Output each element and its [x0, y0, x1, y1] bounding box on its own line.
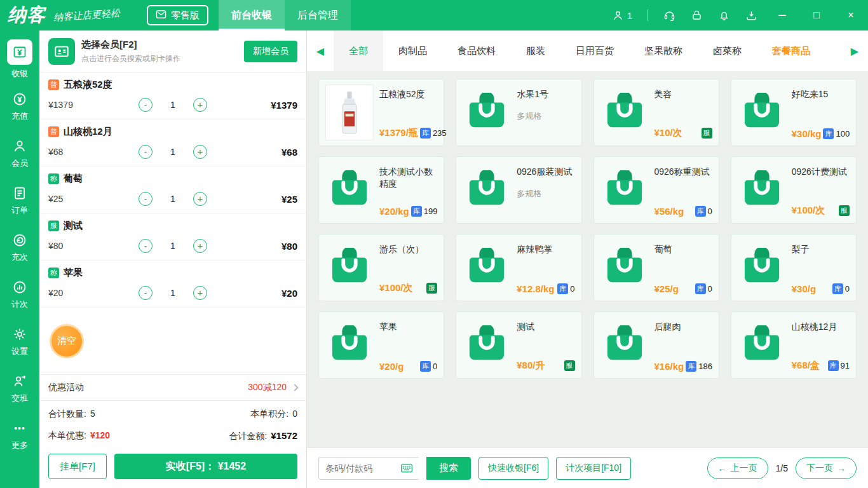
bag-icon: [463, 240, 511, 295]
counting-icon: [11, 279, 28, 295]
lock-icon: [691, 10, 703, 22]
catalog-panel: ◀ 全部 肉制品 食品饮料 服装 日用百货 坚果散称 卤菜称 套餐商品 ▶ 五粮…: [307, 30, 868, 488]
category-tab-nuts[interactable]: 坚果散称: [629, 30, 698, 71]
product-price: ¥100/次: [379, 282, 413, 294]
bag-icon: [738, 240, 786, 295]
category-tab-combo[interactable]: 套餐商品: [757, 30, 825, 71]
product-card[interactable]: 0926服装测试 多规格: [456, 156, 581, 224]
product-card[interactable]: 好吃来15 ¥30/kg 库 100: [731, 79, 857, 146]
increase-qty-button[interactable]: +: [193, 239, 207, 253]
sidebar-item-more[interactable]: ••• 更多: [0, 412, 39, 459]
sidebar-item-members[interactable]: 会员: [0, 130, 39, 177]
shift-icon: [11, 373, 28, 390]
cart-item[interactable]: 称 苹果 ¥20 - 1 + ¥20: [39, 261, 306, 308]
next-page-button[interactable]: 下一页 →: [796, 458, 857, 479]
category-tab-daily[interactable]: 日用百货: [560, 30, 629, 71]
recharge-times-icon: [11, 232, 28, 248]
product-card[interactable]: 0926计费测试 ¥100/次 服: [731, 156, 857, 224]
sidebar-item-settings[interactable]: 设置: [0, 318, 39, 365]
category-prev-icon[interactable]: ◀: [307, 45, 334, 57]
clear-cart-button[interactable]: 清空: [50, 324, 84, 358]
product-price: ¥12.8/kg: [517, 283, 554, 294]
search-button[interactable]: 搜索: [426, 457, 471, 480]
member-card-icon: [48, 38, 75, 65]
cart-item[interactable]: 服 测试 ¥80 - 1 + ¥80: [39, 214, 306, 261]
stock-count: 91: [841, 361, 850, 370]
sidebar-item-shift[interactable]: 交班: [0, 365, 39, 412]
product-card[interactable]: 后腿肉 ¥16/kg 库 186: [593, 311, 719, 379]
hold-order-button[interactable]: 挂单[F7]: [48, 454, 107, 479]
decrease-qty-button[interactable]: -: [139, 98, 153, 112]
category-tab-all[interactable]: 全部: [334, 30, 383, 71]
sidebar-item-counting[interactable]: 计次: [0, 271, 39, 318]
notifications-button[interactable]: [718, 10, 730, 22]
category-next-icon[interactable]: ▶: [841, 45, 868, 57]
mail-icon: [156, 9, 166, 22]
item-qty: 1: [170, 194, 175, 204]
product-card[interactable]: 五粮液52度 ¥1379/瓶 库 235: [318, 79, 444, 146]
close-button[interactable]: ×: [841, 10, 860, 21]
decrease-qty-button[interactable]: -: [139, 239, 153, 253]
sidebar-item-cashier[interactable]: 收银: [0, 36, 39, 83]
product-card[interactable]: 葡萄 ¥25/g 库 0: [593, 234, 719, 301]
checkout-button[interactable]: 实收[F5]： ¥1452: [114, 454, 297, 479]
promo-row[interactable]: 优惠活动 300减120: [39, 374, 306, 401]
product-card[interactable]: 苹果 ¥20/g 库 0: [318, 311, 444, 379]
item-unit-price: ¥68: [48, 147, 107, 157]
increase-qty-button[interactable]: +: [193, 145, 207, 159]
sidebar: 收银 充值 会员 订单 充次 计次 设置 交班 ••• 更多: [0, 30, 39, 488]
maximize-button[interactable]: □: [807, 10, 826, 21]
category-tab-braised[interactable]: 卤菜称: [698, 30, 757, 71]
lock-button[interactable]: [691, 10, 703, 22]
category-tab-clothing[interactable]: 服装: [511, 30, 560, 71]
product-card[interactable]: 水果1号 多规格: [456, 79, 581, 146]
keyboard-icon[interactable]: [400, 462, 414, 477]
product-card[interactable]: 游乐（次） ¥100/次 服: [318, 234, 444, 301]
sidebar-item-recharge-times[interactable]: 充次: [0, 224, 39, 271]
tab-back-management[interactable]: 后台管理: [285, 0, 351, 30]
cart-item[interactable]: 普 五粮液52度 ¥1379 - 1 + ¥1379: [39, 72, 306, 119]
increase-qty-button[interactable]: +: [193, 192, 207, 206]
product-card[interactable]: 技术测试小数精度 ¥20/kg 库 199: [318, 156, 444, 224]
minimize-button[interactable]: ─: [773, 10, 792, 21]
decrease-qty-button[interactable]: -: [139, 145, 153, 159]
support-button[interactable]: [663, 10, 675, 22]
quick-cashier-button[interactable]: 快速收银[F6]: [478, 457, 548, 480]
top-bar: 纳客 纳客让店更轻松 零售版 前台收银 后台管理 1 ─ □ ×: [0, 0, 868, 30]
add-member-button[interactable]: 新增会员: [244, 41, 297, 62]
discount-label: 本单优惠:: [48, 430, 86, 442]
stock-count: 235: [433, 128, 447, 138]
bag-icon: [600, 317, 649, 373]
category-tab-meat[interactable]: 肉制品: [383, 30, 442, 71]
stock-badge: 库: [557, 283, 568, 294]
arrow-left-icon: ←: [718, 463, 727, 473]
increase-qty-button[interactable]: +: [193, 98, 207, 112]
product-card[interactable]: 麻辣鸭掌 ¥12.8/kg 库 0: [456, 234, 581, 301]
stock-badge: 库: [695, 283, 706, 294]
increase-qty-button[interactable]: +: [193, 286, 207, 300]
product-card[interactable]: 梨子 ¥30/g 库 0: [731, 234, 857, 301]
product-spec: 多规格: [517, 111, 574, 122]
cart-item[interactable]: 普 山核桃12月 ¥68 - 1 + ¥68: [39, 119, 306, 166]
cart-item[interactable]: 称 葡萄 ¥25 - 1 + ¥25: [39, 166, 306, 214]
count-item-button[interactable]: 计次项目[F10]: [556, 457, 631, 480]
download-button[interactable]: [745, 10, 757, 22]
edition-badge[interactable]: 零售版: [147, 5, 208, 25]
product-card[interactable]: 美容 ¥10/次 服: [593, 79, 719, 146]
product-card[interactable]: 山核桃12月 ¥68/盒 库 91: [731, 311, 857, 379]
app-slogan: 纳客让店更轻松: [53, 7, 120, 24]
tab-front-cashier[interactable]: 前台收银: [219, 0, 285, 30]
sidebar-item-orders[interactable]: 订单: [0, 177, 39, 224]
product-card[interactable]: 测试 ¥80/升 服: [456, 311, 581, 379]
product-card[interactable]: 0926称重测试 ¥56/kg 库 0: [593, 156, 719, 224]
category-tab-food-drink[interactable]: 食品饮料: [442, 30, 511, 71]
item-total: ¥25: [239, 194, 297, 205]
prev-page-button[interactable]: ← 上一页: [707, 458, 768, 479]
user-count-button[interactable]: 1: [612, 10, 632, 22]
product-price: ¥20/g: [379, 361, 403, 372]
sidebar-item-recharge[interactable]: 充值: [0, 83, 39, 130]
decrease-qty-button[interactable]: -: [139, 192, 153, 206]
member-select-card[interactable]: 选择会员[F2] 点击进行会员搜索或刷卡操作 新增会员: [39, 30, 306, 72]
decrease-qty-button[interactable]: -: [139, 286, 153, 300]
stock-badge: 库: [411, 206, 422, 217]
